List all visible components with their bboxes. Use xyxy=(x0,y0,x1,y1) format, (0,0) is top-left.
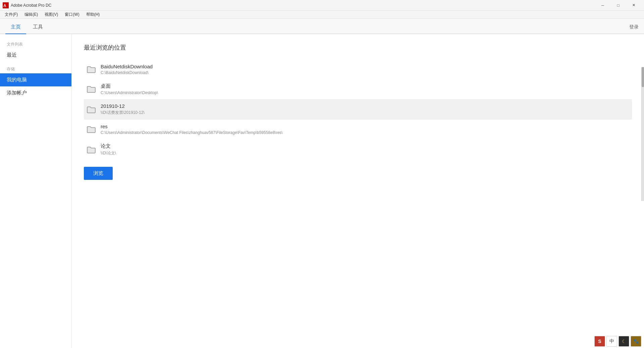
window-controls: ─ □ ✕ xyxy=(595,0,641,11)
sidebar-item-recent[interactable]: 最近 xyxy=(0,49,71,62)
sidebar-divider-1 xyxy=(0,62,71,64)
file-info: 论文 \\D\论文\ xyxy=(101,143,116,156)
list-item[interactable]: 桌面 C:\Users\Administrator\Desktop\ xyxy=(84,79,632,99)
file-list: BaiduNetdiskDownload C:\BaiduNetdiskDown… xyxy=(84,60,632,160)
list-item[interactable]: 论文 \\D\论文\ xyxy=(84,139,632,160)
tab-home[interactable]: 主页 xyxy=(5,20,26,33)
folder-icon xyxy=(87,84,96,94)
file-path: \\D\话费发票\201910-12\ xyxy=(101,110,145,116)
scroll-thumb[interactable] xyxy=(642,67,644,87)
folder-icon xyxy=(87,125,96,134)
list-item[interactable]: BaiduNetdiskDownload C:\BaiduNetdiskDown… xyxy=(84,60,632,79)
folder-icon xyxy=(87,105,96,114)
file-info: res C:\Users\Administrator\Documents\WeC… xyxy=(101,124,283,135)
sidebar-section-file-list: 文件列表 xyxy=(0,40,71,49)
menu-file[interactable]: 文件(F) xyxy=(1,11,21,18)
tab-tools[interactable]: 工具 xyxy=(28,20,48,33)
file-name: BaiduNetdiskDownload xyxy=(101,64,153,69)
titlebar: A Adobe Acrobat Pro DC ─ □ ✕ xyxy=(0,0,644,11)
list-item[interactable]: res C:\Users\Administrator\Documents\WeC… xyxy=(84,120,632,139)
file-path: \\D\论文\ xyxy=(101,150,116,156)
sidebar: 文件列表 最近 存储 我的电脑 添加帐户 xyxy=(0,34,72,348)
close-button[interactable]: ✕ xyxy=(626,0,641,11)
taskbar-animal-icon[interactable]: 🐾 xyxy=(631,336,641,347)
content-area: 最近浏览的位置 BaiduNetdiskDownload C:\BaiduNet… xyxy=(72,34,644,348)
content-title: 最近浏览的位置 xyxy=(84,44,632,52)
file-name: res xyxy=(101,124,283,129)
menu-edit[interactable]: 编辑(E) xyxy=(21,11,41,18)
taskbar-sogou-icon[interactable]: S xyxy=(594,336,605,347)
sidebar-item-my-computer[interactable]: 我的电脑 xyxy=(0,73,71,86)
folder-icon xyxy=(87,145,96,154)
menu-window[interactable]: 窗口(W) xyxy=(61,11,83,18)
sidebar-section-storage: 存储 xyxy=(0,64,71,73)
menubar: 文件(F) 编辑(E) 视图(V) 窗口(W) 帮助(H) xyxy=(0,11,644,19)
scrollbar[interactable] xyxy=(641,67,644,201)
file-info: 桌面 C:\Users\Administrator\Desktop\ xyxy=(101,83,158,95)
file-info: 201910-12 \\D\话费发票\201910-12\ xyxy=(101,103,145,116)
svg-text:A: A xyxy=(3,3,6,8)
app-title: Adobe Acrobat Pro DC xyxy=(11,3,595,8)
file-name: 桌面 xyxy=(101,83,158,89)
menu-view[interactable]: 视图(V) xyxy=(41,11,61,18)
taskbar-moon-icon[interactable]: ☾ xyxy=(619,336,629,347)
file-info: BaiduNetdiskDownload C:\BaiduNetdiskDown… xyxy=(101,64,153,75)
tabbar: 主页 工具 登录 xyxy=(0,19,644,34)
browse-button[interactable]: 浏览 xyxy=(84,167,113,180)
file-name: 论文 xyxy=(101,143,116,149)
file-name: 201910-12 xyxy=(101,103,145,109)
list-item[interactable]: 201910-12 \\D\话费发票\201910-12\ xyxy=(84,99,632,120)
taskbar: S 中 ☾ 🐾 xyxy=(592,335,644,348)
main-layout: 文件列表 最近 存储 我的电脑 添加帐户 最近浏览的位置 BaiduNetdis… xyxy=(0,34,644,348)
login-button[interactable]: 登录 xyxy=(629,21,639,33)
sidebar-item-add-account[interactable]: 添加帐户 xyxy=(0,86,71,99)
menu-help[interactable]: 帮助(H) xyxy=(83,11,103,18)
folder-icon xyxy=(87,65,96,74)
file-path: C:\Users\Administrator\Desktop\ xyxy=(101,90,158,95)
taskbar-chinese-icon[interactable]: 中 xyxy=(606,336,617,347)
maximize-button[interactable]: □ xyxy=(610,0,626,11)
minimize-button[interactable]: ─ xyxy=(595,0,610,11)
file-path: C:\BaiduNetdiskDownload\ xyxy=(101,70,153,75)
app-icon: A xyxy=(3,2,9,8)
file-path: C:\Users\Administrator\Documents\WeChat … xyxy=(101,130,283,135)
